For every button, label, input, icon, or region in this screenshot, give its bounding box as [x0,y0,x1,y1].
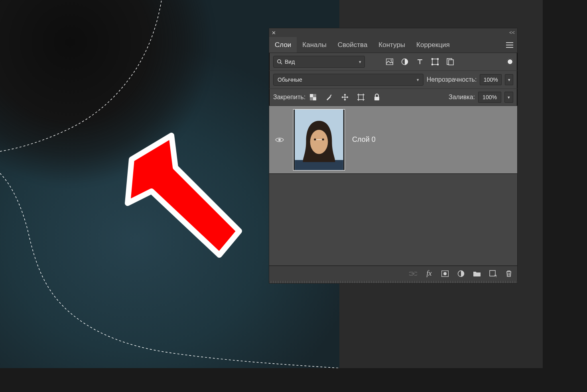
svg-rect-12 [449,60,453,65]
lock-row: Закрепить: Заливка: 100% ▾ [269,89,517,106]
opacity-input[interactable]: 100% [480,74,502,85]
fx-icon[interactable]: fx [425,269,433,278]
layers-list: Слой 0 [269,106,517,266]
opacity-stepper[interactable]: ▾ [505,74,513,85]
panel-titlebar[interactable]: ✕ << [269,28,517,37]
svg-rect-14 [313,97,316,100]
chevron-down-icon: ▾ [417,77,419,82]
adjustment-filter-icon[interactable] [401,58,409,66]
layer-row[interactable]: Слой 0 [269,106,517,174]
lock-position-icon[interactable] [341,93,349,102]
svg-point-1 [278,60,281,63]
shape-filter-icon[interactable] [431,58,439,66]
layer-name[interactable]: Слой 0 [352,135,376,144]
type-filter-icon[interactable] [416,58,424,66]
visibility-toggle[interactable] [269,137,290,143]
layer-search[interactable]: Вид ▾ [273,56,365,68]
layers-bottom-bar: fx [269,266,517,281]
panel-resize-grip[interactable] [269,281,517,283]
lock-paint-icon[interactable] [325,93,333,102]
lock-transparency-icon[interactable] [309,93,317,102]
new-layer-icon[interactable] [489,269,497,278]
filter-toggle[interactable] [507,59,513,65]
svg-point-19 [278,139,281,141]
fill-stepper[interactable]: ▾ [504,92,513,103]
thumbnail-image [294,110,345,170]
svg-rect-9 [431,64,433,65]
adjustment-layer-icon[interactable] [457,269,465,278]
canvas-content [0,0,215,187]
panel-menu-icon[interactable] [502,37,517,53]
close-icon[interactable]: ✕ [272,30,276,36]
layers-empty-area[interactable] [269,174,517,265]
blend-mode-value: Обычные [278,76,302,83]
svg-point-4 [391,60,392,61]
lock-all-icon[interactable] [372,93,381,102]
svg-rect-17 [359,95,363,100]
svg-rect-8 [437,58,439,60]
link-layers-icon [409,269,418,278]
tab-channels[interactable]: Каналы [297,37,332,53]
eye-icon [275,137,284,143]
tab-adjustments[interactable]: Коррекция [411,37,455,53]
tabs: Слои Каналы Свойства Контуры Коррекция [269,37,517,53]
svg-rect-7 [431,58,433,60]
layer-search-label: Вид [285,59,295,65]
svg-rect-13 [310,94,313,97]
fill-input[interactable]: 100% [478,92,501,103]
fill-label: Заливка: [449,94,475,101]
lock-label: Закрепить: [273,94,305,101]
svg-rect-18 [374,97,379,100]
search-icon [277,59,282,65]
add-mask-icon[interactable] [441,269,449,278]
svg-rect-6 [432,59,438,65]
filter-row: Вид ▾ [269,53,517,71]
collapse-icon[interactable]: << [509,30,515,35]
delete-icon[interactable] [504,269,513,278]
chevron-down-icon: ▾ [359,59,361,65]
smart-filter-icon[interactable] [446,58,454,66]
svg-point-23 [314,138,316,140]
blend-mode-select[interactable]: Обычные ▾ [273,74,424,86]
svg-rect-10 [437,64,439,65]
layer-thumbnail[interactable] [293,109,345,171]
svg-rect-16 [310,97,313,100]
svg-point-22 [310,129,328,154]
opacity-label: Непрозрачность: [427,76,477,83]
svg-rect-15 [313,94,316,97]
tab-layers[interactable]: Слои [269,37,297,53]
image-filter-icon[interactable] [386,58,394,66]
svg-line-2 [280,63,282,64]
group-icon[interactable] [473,269,481,278]
blend-row: Обычные ▾ Непрозрачность: 100% ▾ [269,71,517,89]
svg-point-24 [322,138,324,140]
tab-properties[interactable]: Свойства [332,37,373,53]
tab-paths[interactable]: Контуры [373,37,411,53]
svg-point-26 [443,272,447,275]
layers-panel: ✕ << Слои Каналы Свойства Контуры Коррек… [269,28,518,284]
lock-artboard-icon[interactable] [357,93,365,102]
